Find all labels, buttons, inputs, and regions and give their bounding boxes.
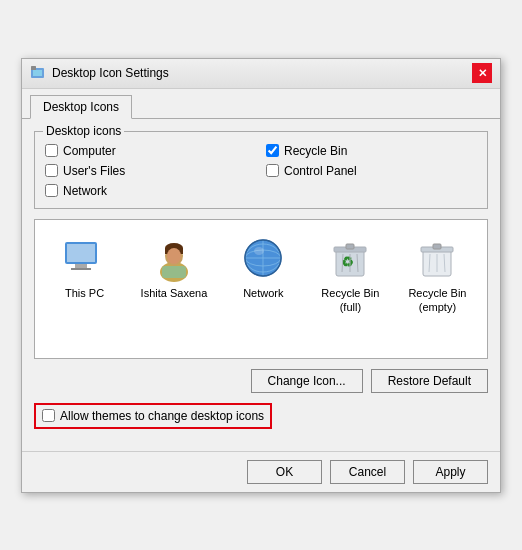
recycle-full-icon: ♻: [326, 234, 374, 282]
icons-preview-container: This PC: [34, 219, 488, 359]
title-bar: Desktop Icon Settings ✕: [22, 59, 500, 89]
icon-this-pc[interactable]: This PC: [50, 230, 120, 319]
change-icon-button[interactable]: Change Icon...: [251, 369, 363, 393]
bottom-buttons-bar: OK Cancel Apply: [22, 451, 500, 492]
computer-checkbox[interactable]: [45, 144, 58, 157]
apply-button[interactable]: Apply: [413, 460, 488, 484]
icon-label-this-pc: This PC: [65, 286, 104, 300]
group-label: Desktop icons: [43, 124, 124, 138]
network-icon: [239, 234, 287, 282]
svg-rect-30: [433, 244, 441, 249]
svg-rect-5: [75, 264, 87, 268]
svg-rect-23: [346, 244, 354, 249]
svg-rect-1: [33, 70, 42, 76]
dialog-window: Desktop Icon Settings ✕ Desktop Icons De…: [21, 58, 501, 493]
checkbox-controlpanel: Control Panel: [266, 164, 477, 178]
computer-label: Computer: [63, 144, 116, 158]
icon-recycle-full[interactable]: ♻ Recycle Bin(full): [315, 230, 385, 319]
controlpanel-checkbox[interactable]: [266, 164, 279, 177]
allow-themes-checkbox[interactable]: [42, 409, 55, 422]
recycle-empty-icon: [413, 234, 461, 282]
restore-default-button[interactable]: Restore Default: [371, 369, 488, 393]
tab-bar: Desktop Icons: [22, 89, 500, 119]
allow-themes-row: Allow themes to change desktop icons: [34, 403, 272, 429]
icon-recycle-empty[interactable]: Recycle Bin(empty): [402, 230, 472, 319]
recycle-checkbox[interactable]: [266, 144, 279, 157]
checkbox-grid: Computer Recycle Bin User's Files Contro…: [45, 144, 477, 198]
svg-point-20: [254, 247, 264, 255]
close-button[interactable]: ✕: [472, 63, 492, 83]
checkbox-userfiles: User's Files: [45, 164, 256, 178]
network-checkbox[interactable]: [45, 184, 58, 197]
checkbox-network: Network: [45, 184, 256, 198]
icon-label-network: Network: [243, 286, 283, 300]
allow-themes-label: Allow themes to change desktop icons: [60, 409, 264, 423]
controlpanel-label: Control Panel: [284, 164, 357, 178]
window-icon: [30, 65, 46, 81]
svg-rect-6: [71, 268, 91, 270]
dialog-content: Desktop icons Computer Recycle Bin User'…: [22, 119, 500, 451]
recycle-label: Recycle Bin: [284, 144, 347, 158]
icon-network[interactable]: Network: [228, 230, 298, 319]
icon-label-user: Ishita Saxena: [141, 286, 208, 300]
desktop-icons-group: Desktop icons Computer Recycle Bin User'…: [34, 131, 488, 209]
tab-desktop-icons[interactable]: Desktop Icons: [30, 95, 132, 119]
svg-rect-2: [31, 66, 36, 70]
svg-point-12: [167, 248, 181, 264]
this-pc-icon: [61, 234, 109, 282]
svg-rect-7: [67, 244, 95, 262]
icon-label-recycle-empty: Recycle Bin(empty): [408, 286, 466, 315]
ok-button[interactable]: OK: [247, 460, 322, 484]
userfiles-label: User's Files: [63, 164, 125, 178]
svg-rect-13: [162, 266, 186, 278]
checkbox-recycle: Recycle Bin: [266, 144, 477, 158]
icons-grid: This PC: [45, 230, 477, 319]
icon-label-recycle-full: Recycle Bin(full): [321, 286, 379, 315]
icon-buttons-row: Change Icon... Restore Default: [34, 369, 488, 393]
userfiles-checkbox[interactable]: [45, 164, 58, 177]
window-title: Desktop Icon Settings: [52, 66, 472, 80]
network-label: Network: [63, 184, 107, 198]
cancel-button[interactable]: Cancel: [330, 460, 405, 484]
user-icon: [150, 234, 198, 282]
icon-user[interactable]: Ishita Saxena: [137, 230, 212, 319]
checkbox-computer: Computer: [45, 144, 256, 158]
allow-themes-wrapper: Allow themes to change desktop icons: [34, 403, 488, 429]
